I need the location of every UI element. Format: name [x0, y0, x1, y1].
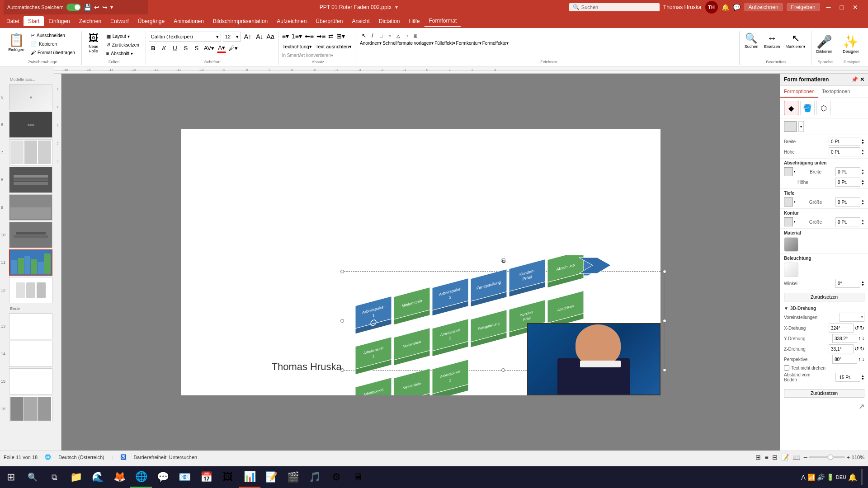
font-color-button[interactable]: A▾ — [217, 43, 226, 53]
beleuchtung-preview[interactable] — [784, 263, 798, 277]
font-name-dropdown[interactable]: Calibri (Textkörper) ▾ — [149, 32, 221, 42]
panel-icon-shape[interactable]: ◆ — [784, 101, 798, 115]
taskbar-volume-icon[interactable]: 🔊 — [817, 474, 825, 481]
quick-styles-button[interactable]: Schnellformate vorlagen▾ — [382, 41, 434, 46]
menu-item-bildschirm[interactable]: Bildschirmpräsentation — [208, 16, 272, 26]
freigeben-button[interactable]: Freigeben — [787, 3, 820, 11]
search-box[interactable]: 🔍 Suchen — [569, 3, 660, 11]
fill-button[interactable]: Fülleffekt▾ — [434, 41, 455, 46]
convert-smartart-button[interactable]: In SmartArt konvertieren▾ — [281, 52, 334, 59]
zoom-in-button[interactable]: + — [847, 455, 849, 460]
reset-button-1[interactable]: Zurücksetzen — [784, 293, 864, 301]
perspektive-increase[interactable]: ↑ — [858, 356, 861, 362]
text-align-button[interactable]: Text ausrichten▾ — [314, 42, 353, 51]
menu-item-zeichnen[interactable]: Zeichnen — [75, 16, 106, 26]
decrease-indent-button[interactable]: ⬅≡ — [304, 32, 315, 41]
menu-item-datei[interactable]: Datei — [2, 16, 24, 26]
bullets-button[interactable]: ≡▾ — [281, 32, 290, 41]
autosave-toggle[interactable] — [66, 4, 81, 11]
taskbar-battery-icon[interactable]: 🔋 — [826, 474, 834, 481]
slide-sorter-icon[interactable]: ⊟ — [772, 454, 778, 461]
menu-item-ansicht[interactable]: Ansicht — [347, 16, 374, 26]
shape-rect[interactable]: □ — [377, 32, 385, 40]
shape-line[interactable]: / — [368, 32, 377, 40]
italic-button[interactable]: K — [160, 44, 169, 52]
slide-thumb-12[interactable]: 12 — [9, 277, 52, 303]
section-button[interactable]: ≡ Abschnitt ▾ — [104, 50, 142, 57]
taskbar-app-misc1[interactable]: ⚙ — [326, 466, 347, 488]
cut-button[interactable]: ✂ Ausschneiden — [28, 32, 78, 39]
text-nicht-drehen-checkbox[interactable] — [784, 365, 789, 371]
taskbar-app-chrome[interactable]: 🌐 — [130, 466, 152, 488]
underline-button[interactable]: U — [170, 44, 179, 52]
increase-indent-button[interactable]: ➡≡ — [316, 32, 326, 41]
shape-triangle[interactable]: △ — [394, 32, 402, 40]
menu-item-entwurf[interactable]: Entwurf — [106, 16, 133, 26]
breite-input[interactable]: 0 Pt. — [829, 137, 860, 146]
undo-icon[interactable]: ↩ — [94, 4, 99, 11]
taskbar-app-edge[interactable]: 🌊 — [87, 466, 108, 488]
z-drehung-cw[interactable]: ↻ — [860, 346, 864, 352]
fill-color-preview[interactable] — [784, 121, 797, 132]
perspektive-input[interactable]: 80° — [832, 355, 857, 364]
char-spacing-button[interactable]: AV▾ — [203, 44, 215, 52]
taskbar-datetime[interactable]: DEU — [836, 474, 846, 480]
winkel-input[interactable]: 0° — [835, 279, 860, 288]
increase-font-button[interactable]: A↑ — [243, 32, 253, 42]
taskbar-app-spotify[interactable]: 🎵 — [304, 466, 326, 488]
share-button[interactable]: Aufzeichnen — [744, 3, 783, 11]
slide-thumb-11[interactable]: 11 — [9, 249, 52, 276]
bold-button[interactable]: B — [149, 44, 158, 52]
menu-item-einfuegen[interactable]: Einfügen — [44, 16, 74, 26]
taskbar-app-word[interactable]: 📝 — [260, 466, 282, 488]
kontur-color[interactable]: ▾ — [784, 217, 796, 226]
new-slide-button[interactable]: 🖼 NeueFolie — [85, 32, 103, 54]
abschraegung-hohe-input[interactable]: 0 Pt. — [835, 178, 860, 187]
slide-thumb-5[interactable]: 5 ▦ — [9, 84, 52, 110]
outline-button[interactable]: Formkontur▾ — [456, 41, 481, 46]
reading-view-icon[interactable]: 📖 — [793, 454, 800, 461]
panel-icon-fill[interactable]: 🪣 — [800, 101, 815, 115]
abschraegung-color[interactable]: ▾ — [784, 167, 796, 176]
layout-button[interactable]: ▦ Layout ▾ — [104, 33, 142, 40]
font-size-input[interactable]: 12 ▾ — [223, 32, 241, 42]
handle-br[interactable] — [663, 368, 666, 372]
dictate-button[interactable]: 🎤 Diktieren — [814, 33, 834, 55]
perspektive-decrease[interactable]: ↓ — [862, 356, 864, 362]
canvas-area[interactable]: 8 7 6 5 4 ↻ — [54, 74, 780, 450]
shape-arrow[interactable]: → — [403, 32, 411, 40]
drehung-section-header[interactable]: ▼ 3D-Drehung — [784, 306, 864, 311]
y-drehung-up[interactable]: ↑ — [858, 335, 861, 342]
menu-item-animationen[interactable]: Animationen — [169, 16, 208, 26]
notes-icon[interactable]: 📝 — [781, 454, 789, 461]
column-button[interactable]: ⊞▾ — [335, 32, 346, 41]
paste-button[interactable]: 📋 Einfügen — [5, 32, 27, 53]
taskbar-app-misc2[interactable]: 🖥 — [347, 466, 369, 488]
taskbar-wifi-icon[interactable]: 📶 — [807, 474, 815, 481]
fill-dropdown[interactable]: ▾ — [798, 121, 804, 132]
numbered-list-button[interactable]: 1≡▾ — [291, 32, 303, 41]
menu-item-formformat[interactable]: Formformat — [424, 16, 461, 27]
save-icon[interactable]: 💾 — [84, 4, 91, 11]
shadow-button[interactable]: S — [192, 44, 201, 52]
kontur-grosse-input[interactable]: 0 Pt. — [835, 217, 860, 226]
x-drehung-ccw[interactable]: ↺ — [854, 325, 859, 331]
panel-close-button[interactable]: ✕ — [860, 76, 864, 83]
breite-spin[interactable]: ▲ ▼ — [861, 138, 864, 145]
tab-formoptionen[interactable]: Formoptionen — [780, 86, 818, 98]
abstand-spin[interactable]: ▲ ▼ — [861, 374, 864, 380]
reset-button-2[interactable]: Zurücksetzen — [784, 389, 864, 398]
close-button[interactable]: ✕ — [850, 4, 861, 11]
replace-button[interactable]: ↔ Ersetzen — [762, 32, 782, 50]
avatar[interactable]: TH — [705, 1, 718, 14]
z-drehung-input[interactable]: 33,1° — [829, 344, 854, 353]
handle-mr[interactable] — [663, 319, 666, 323]
slide-thumb-13[interactable]: 13 — [9, 313, 52, 339]
text-direction-button[interactable]: Textrichtung▾ — [281, 42, 313, 51]
menu-item-dictation[interactable]: Dictation — [374, 16, 405, 26]
strikethrough-button[interactable]: S — [181, 44, 190, 52]
material-preview[interactable] — [784, 237, 798, 252]
tiefe-color[interactable]: ▾ — [784, 197, 796, 206]
format-transfer-button[interactable]: 🖌 Format übertragen — [28, 49, 78, 56]
taskbar-app-explorer[interactable]: 📁 — [65, 466, 87, 488]
